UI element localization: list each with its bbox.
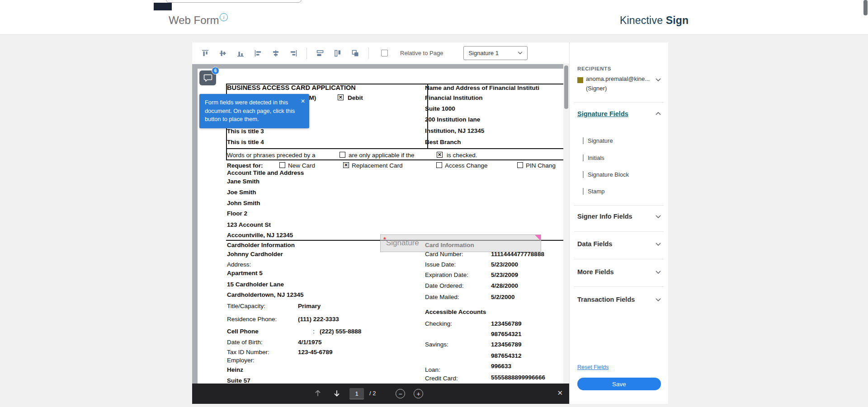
- account-line: 123 Account St: [227, 221, 271, 229]
- toolbar-separator: [368, 47, 369, 59]
- zoom-out-icon[interactable]: −: [396, 389, 405, 398]
- browser-scrollbar-thumb[interactable]: [863, 0, 868, 15]
- request-opt-new-card: New Card: [288, 162, 315, 169]
- document-scrollbar[interactable]: [563, 64, 569, 384]
- doc-title4: This is title 4: [227, 138, 264, 146]
- account-line: Floor 2: [227, 210, 247, 217]
- document-scrollbar-thumb[interactable]: [564, 65, 568, 109]
- card-value: 5/23/2009: [491, 271, 518, 279]
- place-fields-icon: [203, 74, 212, 82]
- chevron-down-icon[interactable]: [656, 298, 661, 302]
- brand-logo: Kinective Sign: [620, 14, 689, 27]
- align-left-icon[interactable]: [254, 49, 263, 58]
- account-line: Accountville, NJ 12345: [227, 231, 293, 239]
- info-icon[interactable]: i: [220, 13, 228, 21]
- field-item-stamp[interactable]: Stamp: [583, 187, 605, 195]
- web-form-app: Web Form i Kinective Sign: [0, 0, 868, 407]
- signature-field-placement[interactable]: * Signature: [380, 234, 541, 252]
- place-fields-button[interactable]: 6: [199, 70, 216, 85]
- accounts-header: Accessible Accounts: [425, 308, 486, 316]
- page-number-input[interactable]: 1: [349, 388, 364, 399]
- new-card-checkbox: [279, 162, 285, 168]
- request-label: Request for:: [227, 162, 263, 169]
- brand-suffix: Sign: [666, 14, 689, 26]
- zoom-in-icon[interactable]: +: [414, 389, 423, 398]
- section-signer-info-fields[interactable]: Signer Info Fields: [577, 213, 632, 220]
- personal-label: Residence Phone:: [227, 315, 277, 323]
- request-opt-access-change: Access Change: [445, 162, 488, 169]
- signature-field-label: Signature: [386, 239, 419, 248]
- next-page-icon[interactable]: [333, 389, 340, 399]
- brand-primary: Kinective: [620, 14, 663, 26]
- recipient-chevron-down-icon[interactable]: [656, 78, 661, 82]
- cardholder-name: Johnny Cardholder: [227, 250, 283, 258]
- loan-value: 996633: [491, 362, 511, 370]
- credit-label: Credit Card:: [425, 374, 458, 382]
- align-top-icon[interactable]: [201, 49, 210, 58]
- previous-page-icon[interactable]: [314, 389, 321, 399]
- chevron-down-icon[interactable]: [656, 243, 661, 246]
- cardholder-header: Cardholder Information: [227, 241, 295, 249]
- account-line: Joe Smith: [227, 188, 256, 196]
- chevron-down-icon[interactable]: [656, 215, 661, 219]
- address-label: Address:: [227, 261, 251, 268]
- align-center-icon[interactable]: [271, 49, 280, 58]
- page-title: Web Form: [169, 14, 219, 27]
- chevron-up-icon[interactable]: [656, 112, 661, 115]
- savings-value: 987654312: [491, 352, 522, 360]
- card-value: 5/23/2000: [491, 261, 518, 268]
- browser-chrome-remnant: [154, 3, 172, 10]
- employer-line: Suite 57: [227, 377, 250, 384]
- fin-header: Name and Address of Financial Instituti: [425, 84, 539, 92]
- personal-label: Tax ID Number:: [227, 348, 269, 356]
- address-line: 15 Cardholder Lane: [227, 281, 284, 288]
- save-button[interactable]: Save: [577, 378, 661, 390]
- field-item-initials[interactable]: Initials: [583, 154, 604, 162]
- chevron-down-icon[interactable]: [656, 271, 661, 274]
- browser-tab-remnant: [166, 0, 302, 3]
- card-label: Date Mailed:: [425, 293, 459, 301]
- recipient-role: (Signer): [586, 85, 607, 92]
- address-line: Apartment 5: [227, 269, 263, 277]
- align-middle-icon[interactable]: [218, 49, 227, 58]
- align-right-icon[interactable]: [289, 49, 298, 58]
- checking-value: 987654321: [491, 330, 522, 338]
- table-border: [226, 148, 563, 149]
- relative-to-page-label: Relative to Page: [400, 50, 443, 56]
- align-bottom-icon[interactable]: [236, 49, 245, 58]
- doc-title3: This is title 3: [227, 127, 264, 135]
- savings-value: 123456789: [491, 341, 522, 348]
- loan-label: Loan:: [425, 366, 440, 374]
- section-more-fields[interactable]: More Fields: [577, 268, 614, 276]
- fields-detected-message: Form fields were detected in this docume…: [205, 99, 295, 122]
- field-item-label: Signature: [588, 137, 613, 144]
- recipient-email: anoma.premalal@kine...: [586, 75, 650, 82]
- close-viewer-icon[interactable]: ✕: [557, 389, 563, 397]
- employer-line: Heinz: [227, 366, 243, 374]
- match-size-icon[interactable]: [351, 49, 360, 58]
- access-change-checkbox: [436, 162, 442, 168]
- doc-request-row: Request for: New Card Replacement Card A…: [227, 162, 563, 169]
- tooltip-close-icon[interactable]: ✕: [301, 98, 305, 105]
- field-item-signature-block[interactable]: Signature Block: [583, 170, 629, 178]
- personal-label: Date of Birth:: [227, 338, 263, 346]
- account-line: Jane Smith: [227, 178, 259, 185]
- match-height-icon[interactable]: [333, 49, 342, 58]
- words-checkbox-checked: [437, 152, 443, 158]
- match-width-icon[interactable]: [316, 49, 325, 58]
- card-label: Expiration Date:: [425, 271, 468, 279]
- section-data-fields[interactable]: Data Fields: [577, 240, 612, 248]
- field-corner-handle[interactable]: [535, 235, 541, 241]
- reset-fields-link[interactable]: Reset Fields: [577, 364, 609, 370]
- card-value: 5/2/2000: [491, 293, 515, 301]
- personal-value: Primary: [298, 302, 321, 310]
- relative-to-page-checkbox[interactable]: [381, 50, 388, 56]
- personal-value: (222) 555-8888: [320, 327, 361, 335]
- section-signature-fields[interactable]: Signature Fields: [577, 110, 628, 117]
- section-transaction-fields[interactable]: Transaction Fields: [577, 296, 635, 303]
- field-item-signature[interactable]: Signature: [583, 136, 613, 145]
- field-type-select[interactable]: Signature 1: [463, 46, 528, 60]
- panel-divider: [574, 231, 664, 232]
- drag-handle-icon: [583, 137, 584, 144]
- account-header: Account Title and Address: [227, 169, 304, 177]
